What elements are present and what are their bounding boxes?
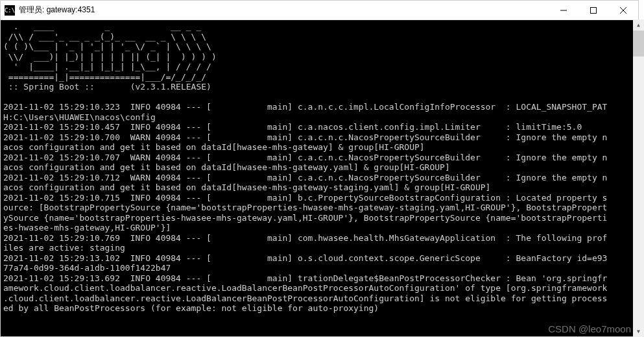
minimize-button[interactable] <box>549 1 578 20</box>
maximize-button[interactable] <box>578 1 608 20</box>
maximize-icon <box>590 7 597 14</box>
minimize-icon <box>560 7 567 14</box>
titlebar: C:\ 管理员: gateway:4351 <box>1 1 638 20</box>
console-window: C:\ 管理员: gateway:4351 . ____ _ __ _ _ /\… <box>0 0 639 337</box>
svg-rect-1 <box>591 7 597 13</box>
cmd-icon: C:\ <box>5 5 15 16</box>
scroll-down-arrow[interactable]: ▼ <box>633 326 644 337</box>
console-output[interactable]: . ____ _ __ _ _ /\\ / ___'_ __ _ _(_)_ _… <box>1 20 638 336</box>
scroll-thumb[interactable] <box>633 31 644 56</box>
close-button[interactable] <box>608 1 638 20</box>
close-icon <box>620 7 626 14</box>
scroll-up-arrow[interactable]: ▲ <box>633 19 644 31</box>
window-title: 管理员: gateway:4351 <box>19 5 95 16</box>
vertical-scrollbar[interactable]: ▲ ▼ <box>633 19 644 337</box>
